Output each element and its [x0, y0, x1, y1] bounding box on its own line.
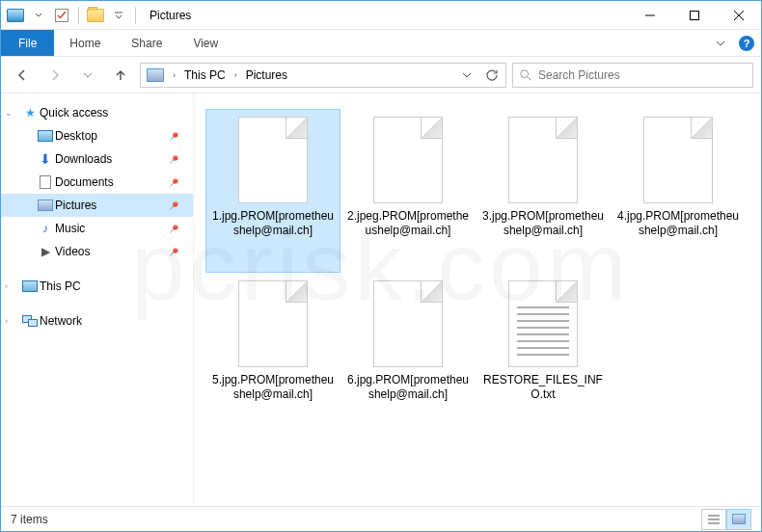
file-name: 5.jpg.PROM[prometheushelp@mail.ch]	[209, 373, 337, 402]
minimize-button[interactable]	[628, 1, 672, 30]
pin-icon: 📍	[166, 151, 181, 167]
location-icon[interactable]	[143, 64, 168, 87]
file-icon	[508, 280, 578, 367]
back-button[interactable]	[9, 62, 36, 89]
file-tile[interactable]: RESTORE_FILES_INFO.txt	[476, 273, 611, 437]
pin-icon: 📍	[166, 198, 181, 213]
status-bar: 7 items	[1, 506, 761, 531]
sidebar-item-label: Downloads	[55, 152, 112, 166]
sidebar-item-label: Pictures	[55, 199, 96, 212]
sidebar-this-pc[interactable]: › This PC	[1, 275, 193, 298]
music-icon: ♪	[36, 222, 55, 235]
nav-bar: › This PC › Pictures	[1, 57, 761, 93]
location-folder-icon[interactable]	[85, 5, 106, 26]
title-bar: Pictures	[1, 1, 761, 30]
file-tile[interactable]: 4.jpg.PROM[prometheushelp@mail.ch]	[611, 109, 746, 273]
sidebar-quick-access[interactable]: ⌄ ★ Quick access	[1, 101, 193, 124]
desktop-icon	[36, 130, 55, 142]
tab-home[interactable]: Home	[54, 30, 116, 56]
refresh-button[interactable]	[480, 64, 503, 87]
sidebar-item-label: Documents	[55, 175, 114, 189]
quick-access-toolbar	[1, 5, 144, 26]
sidebar-label: Quick access	[40, 106, 108, 120]
sidebar-item-documents[interactable]: Documents📍	[1, 171, 193, 194]
pin-icon: 📍	[166, 244, 181, 259]
main-area: ⌄ ★ Quick access Desktop📍⬇Downloads📍Docu…	[1, 93, 761, 506]
ribbon-expand[interactable]	[709, 30, 732, 56]
separator	[78, 7, 79, 24]
file-icon	[373, 280, 443, 367]
help-icon: ?	[739, 36, 754, 51]
expand-icon[interactable]: ›	[5, 281, 8, 291]
address-bar[interactable]: › This PC › Pictures	[140, 63, 506, 88]
ribbon: File Home Share View ?	[1, 30, 761, 57]
svg-rect-0	[691, 11, 699, 19]
maximize-button[interactable]	[672, 1, 717, 30]
file-icon	[238, 280, 308, 367]
tab-view[interactable]: View	[177, 30, 233, 56]
file-name: 1.jpg.PROM[prometheushelp@mail.ch]	[209, 209, 337, 238]
search-box[interactable]	[512, 63, 753, 88]
crumb-this-pc[interactable]: This PC	[180, 64, 230, 87]
star-icon: ★	[20, 106, 40, 120]
nav-pane: ⌄ ★ Quick access Desktop📍⬇Downloads📍Docu…	[1, 93, 194, 506]
file-tile[interactable]: 2.jpeg.PROM[prometheushelp@mail.ch]	[340, 109, 476, 273]
videos-icon: ▶	[36, 245, 55, 258]
chevron-right-icon[interactable]: ›	[231, 70, 240, 80]
file-icon	[373, 117, 443, 203]
pin-icon: 📍	[166, 174, 181, 190]
sidebar-label: Network	[40, 314, 82, 328]
crumb-pictures[interactable]: Pictures	[242, 64, 291, 87]
window-title: Pictures	[150, 9, 191, 22]
sidebar-network[interactable]: › Network	[1, 309, 193, 332]
file-tab[interactable]: File	[1, 30, 54, 56]
separator	[135, 7, 136, 24]
chevron-right-icon[interactable]: ›	[170, 70, 178, 80]
sidebar-item-desktop[interactable]: Desktop📍	[1, 124, 193, 147]
file-icon	[643, 117, 713, 203]
file-name: 4.jpg.PROM[prometheushelp@mail.ch]	[614, 209, 742, 238]
file-tile[interactable]: 3.jpg.PROM[prometheushelp@mail.ch]	[476, 109, 611, 273]
sidebar-item-music[interactable]: ♪Music📍	[1, 217, 193, 240]
file-name: 2.jpeg.PROM[prometheushelp@mail.ch]	[344, 209, 472, 238]
qat-dropdown[interactable]	[28, 5, 49, 26]
view-details-button[interactable]	[701, 509, 726, 530]
network-icon	[20, 315, 40, 327]
file-name: 3.jpg.PROM[prometheushelp@mail.ch]	[479, 209, 607, 238]
file-icon	[508, 117, 578, 203]
file-name: RESTORE_FILES_INFO.txt	[479, 373, 607, 402]
qat-customize[interactable]	[108, 5, 129, 26]
status-text: 7 items	[11, 513, 48, 526]
window-controls	[628, 1, 761, 30]
search-input[interactable]	[538, 68, 747, 82]
file-tile[interactable]: 5.jpg.PROM[prometheushelp@mail.ch]	[205, 273, 340, 437]
help-button[interactable]: ?	[732, 30, 761, 56]
tab-share[interactable]: Share	[116, 30, 177, 56]
file-tile[interactable]: 1.jpg.PROM[prometheushelp@mail.ch]	[205, 109, 340, 273]
recent-dropdown[interactable]	[74, 62, 101, 89]
sidebar-item-label: Desktop	[55, 129, 97, 143]
sidebar-label: This PC	[40, 279, 81, 293]
search-icon	[519, 68, 532, 82]
file-tile[interactable]: 6.jpg.PROM[prometheushelp@mail.ch]	[340, 273, 476, 437]
monitor-icon	[20, 280, 40, 292]
downloads-icon: ⬇	[36, 151, 55, 167]
forward-button[interactable]	[41, 62, 68, 89]
explorer-app-icon[interactable]	[5, 5, 26, 26]
sidebar-item-pictures[interactable]: Pictures📍	[1, 194, 193, 217]
qat-properties[interactable]	[51, 5, 72, 26]
pin-icon: 📍	[166, 221, 181, 236]
sidebar-item-downloads[interactable]: ⬇Downloads📍	[1, 147, 193, 171]
expand-icon[interactable]: ›	[5, 316, 8, 326]
pin-icon: 📍	[166, 128, 181, 144]
address-dropdown[interactable]	[455, 64, 478, 87]
up-button[interactable]	[107, 62, 134, 89]
pictures-icon	[36, 200, 55, 211]
svg-point-1	[521, 69, 529, 77]
close-button[interactable]	[717, 1, 761, 30]
sidebar-item-videos[interactable]: ▶Videos📍	[1, 240, 193, 263]
collapse-icon[interactable]: ⌄	[5, 108, 13, 118]
file-icon	[238, 117, 308, 203]
view-large-icons-button[interactable]	[726, 509, 751, 530]
file-pane[interactable]: 1.jpg.PROM[prometheushelp@mail.ch]2.jpeg…	[194, 93, 761, 506]
